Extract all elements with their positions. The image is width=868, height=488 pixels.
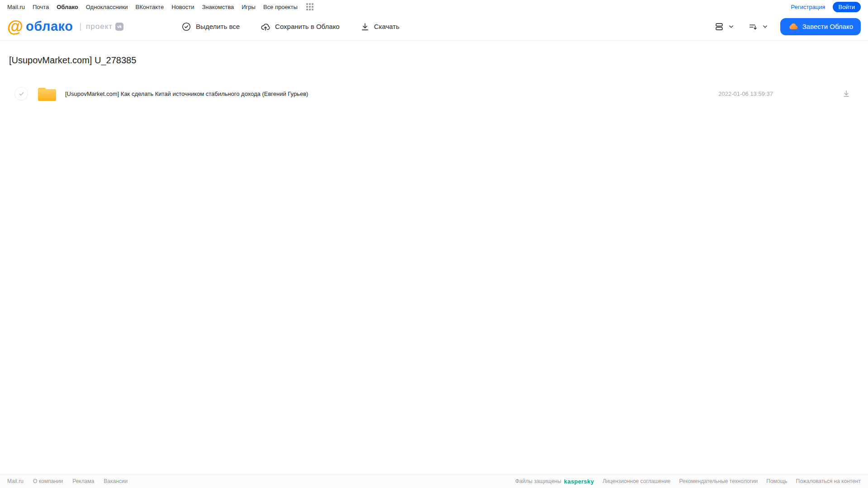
orange-cloud-icon (788, 21, 798, 32)
footer-link-ads[interactable]: Реклама (72, 478, 94, 484)
footer-link-about[interactable]: О компании (33, 478, 63, 484)
nav-link-igry[interactable]: Игры (242, 4, 256, 10)
cloud-upload-icon (261, 22, 270, 32)
register-link[interactable]: Регистрация (791, 4, 825, 10)
file-modified-date: 2022-01-06 13:59:37 (718, 90, 773, 97)
top-utility-bar: Mail.ru Почта Облако Одноклассники ВКонт… (0, 0, 868, 13)
download-label: Скачать (374, 23, 399, 30)
view-mode-selector[interactable] (714, 22, 735, 32)
folder-icon[interactable] (37, 85, 57, 102)
main-content: [UsupovMarket.com] U_278385 [UsupovMarke… (0, 55, 868, 104)
download-button[interactable]: Скачать (360, 22, 399, 31)
check-circle-icon (181, 22, 191, 32)
footer-link-help[interactable]: Помощь (766, 478, 787, 484)
header: @ облако | проект vk Выделить все (0, 13, 868, 41)
file-name[interactable]: [UsupovMarket.com] Как сделать Китай ист… (65, 90, 308, 97)
logo-divider: | (79, 22, 81, 31)
files-protected-label: Файлы защищены (515, 478, 561, 484)
check-icon (18, 90, 25, 97)
nav-link-pochta[interactable]: Почта (33, 4, 49, 10)
sort-icon (748, 22, 758, 32)
nav-link-znakomstva[interactable]: Знакомства (202, 4, 234, 10)
footer-link-license[interactable]: Лицензионное соглашение (602, 478, 670, 484)
file-toolbar: Выделить все Сохранить в Облако Скачат (181, 22, 399, 32)
footer-right-links: Файлы защищены kaspersky Лицензионное со… (515, 478, 861, 485)
project-label: проект (86, 22, 113, 31)
auth-area: Регистрация Войти (791, 2, 861, 12)
footer-link-mailru[interactable]: Mail.ru (7, 478, 24, 484)
save-to-cloud-label: Сохранить в Облако (275, 23, 340, 30)
cloud-logo[interactable]: @ облако | проект vk (7, 19, 123, 35)
nav-link-all-projects[interactable]: Все проекты (263, 4, 298, 10)
save-to-cloud-button[interactable]: Сохранить в Облако (261, 22, 340, 32)
file-download-icon[interactable] (842, 89, 851, 98)
page-title: [UsupovMarket.com] U_278385 (9, 55, 859, 66)
chevron-down-icon (762, 23, 768, 30)
mailru-at-icon: @ (7, 19, 23, 35)
footer-link-recommendation-tech[interactable]: Рекомендательные технологии (679, 478, 758, 484)
create-cloud-button[interactable]: Завести Облако (780, 18, 861, 35)
nav-link-odnoklassniki[interactable]: Одноклассники (86, 4, 128, 10)
download-icon (360, 22, 370, 31)
login-button[interactable]: Войти (833, 2, 861, 12)
logo-text: облако (26, 19, 73, 34)
file-checkbox[interactable] (14, 87, 28, 100)
create-cloud-label: Завести Облако (802, 23, 853, 30)
nav-link-mailru[interactable]: Mail.ru (7, 4, 25, 10)
view-controls (714, 22, 768, 32)
nav-link-novosti[interactable]: Новости (171, 4, 194, 10)
footer-link-report-content[interactable]: Пожаловаться на контент (796, 478, 861, 484)
nav-link-vkontakte[interactable]: ВКонтакте (136, 4, 164, 10)
chevron-down-icon (728, 23, 735, 30)
list-view-icon (714, 22, 724, 32)
sort-selector[interactable] (748, 22, 768, 32)
portal-nav: Mail.ru Почта Облако Одноклассники ВКонт… (7, 3, 313, 10)
file-row[interactable]: [UsupovMarket.com] Как сделать Китай ист… (9, 83, 859, 104)
footer: Mail.ru О компании Реклама Вакансии Файл… (0, 474, 868, 488)
kaspersky-protection: Файлы защищены kaspersky (515, 478, 594, 485)
nav-link-oblako[interactable]: Облако (57, 4, 78, 10)
footer-left-links: Mail.ru О компании Реклама Вакансии (7, 478, 128, 484)
select-all-label: Выделить все (196, 23, 240, 30)
kaspersky-logo[interactable]: kaspersky (564, 478, 594, 485)
vk-badge-icon: vk (115, 23, 123, 31)
select-all-button[interactable]: Выделить все (181, 22, 240, 32)
apps-grid-icon[interactable] (306, 3, 313, 10)
footer-link-jobs[interactable]: Вакансии (104, 478, 128, 484)
